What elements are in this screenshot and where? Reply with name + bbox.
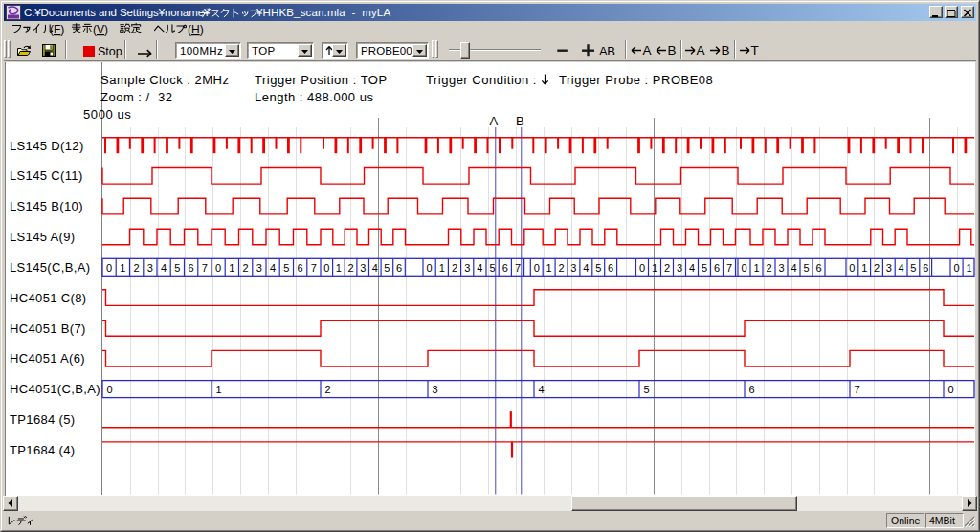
svg-text:7: 7 [311,262,317,274]
svg-text:0: 0 [948,384,954,395]
svg-text:5: 5 [283,262,289,274]
svg-text:5: 5 [644,384,650,395]
svg-text:Length : 488.000 us: Length : 488.000 us [255,90,373,104]
svg-text:5: 5 [384,262,390,274]
svg-text:A: A [490,114,499,128]
svg-text:0: 0 [741,262,746,274]
svg-text:0: 0 [953,262,959,274]
svg-text:4: 4 [477,262,482,274]
svg-text:1: 1 [967,262,972,274]
svg-text:5: 5 [490,262,496,274]
svg-text:1: 1 [120,262,125,274]
svg-text:0: 0 [849,262,855,274]
svg-text:LS145(C,B,A): LS145(C,B,A) [10,260,90,275]
svg-text:1: 1 [861,262,867,274]
svg-text:LS145 A(9): LS145 A(9) [10,230,76,244]
svg-text:2: 2 [325,384,331,395]
svg-text:3: 3 [677,262,682,274]
svg-text:6: 6 [608,262,613,274]
svg-text:2: 2 [243,262,249,274]
svg-text:4: 4 [583,262,589,274]
svg-text:Trigger Position : TOP: Trigger Position : TOP [255,73,388,87]
svg-text:6: 6 [815,262,821,274]
svg-text:5: 5 [595,262,601,274]
svg-text:5: 5 [174,262,180,274]
svg-text:LS145 D(12): LS145 D(12) [10,139,84,153]
svg-text:3: 3 [147,262,153,274]
svg-text:5: 5 [702,262,707,274]
svg-text:3: 3 [360,262,366,274]
svg-text:2: 2 [874,262,880,274]
svg-text:2: 2 [134,262,140,274]
svg-text:1: 1 [652,262,657,274]
svg-text:3: 3 [778,262,784,274]
svg-text:6: 6 [502,262,508,274]
svg-text:6: 6 [749,384,755,395]
svg-text:1: 1 [546,262,552,274]
svg-text:0: 0 [534,262,540,274]
svg-text:0: 0 [215,262,221,274]
svg-text:LS145 C(11): LS145 C(11) [10,168,83,183]
svg-text:4: 4 [539,384,545,395]
svg-text:0: 0 [427,262,433,274]
svg-text:2: 2 [558,262,564,274]
svg-text:HC4051 C(8): HC4051 C(8) [10,291,86,305]
svg-text:LS145 B(10): LS145 B(10) [10,199,83,213]
svg-text:6: 6 [396,262,402,274]
svg-text:5: 5 [910,262,916,274]
svg-text:2: 2 [664,262,670,274]
svg-text:4: 4 [270,262,276,274]
svg-text:1: 1 [336,262,342,274]
svg-text:HC4051 A(6): HC4051 A(6) [10,351,85,366]
svg-text:4: 4 [372,262,378,274]
svg-text:TP1684 (5): TP1684 (5) [10,412,76,427]
svg-text:7: 7 [726,262,732,274]
svg-text:3: 3 [256,262,262,274]
svg-text:6: 6 [714,262,720,274]
svg-text:Trigger Probe : PROBE08: Trigger Probe : PROBE08 [559,73,713,87]
svg-text:6: 6 [189,262,194,274]
svg-text:B: B [516,114,524,128]
svg-text:2: 2 [452,262,457,274]
svg-text:0: 0 [106,262,112,274]
svg-text:HC4051 B(7): HC4051 B(7) [10,321,86,336]
svg-text:4: 4 [689,262,695,274]
svg-text:4: 4 [791,262,796,274]
svg-text:4: 4 [161,262,167,274]
svg-text:7: 7 [855,384,860,395]
svg-text:3: 3 [570,262,576,274]
svg-text:6: 6 [923,262,928,274]
svg-text:HC4051(C,B,A): HC4051(C,B,A) [10,382,100,396]
svg-text:1: 1 [753,262,759,274]
svg-text:Sample Clock : 2MHz: Sample Clock : 2MHz [100,73,229,87]
svg-text:0: 0 [323,262,329,274]
svg-text:2: 2 [348,262,354,274]
svg-text:2: 2 [766,262,771,274]
svg-text:7: 7 [515,262,521,274]
svg-text:Trigger Condition :: Trigger Condition : [426,73,537,87]
svg-text:TP1684 (4): TP1684 (4) [10,443,76,457]
svg-text:3: 3 [464,262,470,274]
svg-text:1: 1 [439,262,445,274]
svg-text:4: 4 [899,262,904,274]
svg-text:3: 3 [433,384,438,395]
svg-text:Zoom : / 32: Zoom : / 32 [100,90,172,104]
svg-text:0: 0 [639,262,645,274]
svg-text:6: 6 [298,262,303,274]
svg-text:1: 1 [216,384,222,395]
svg-text:5000 us: 5000 us [83,107,131,122]
svg-text:1: 1 [229,262,234,274]
svg-text:0: 0 [107,384,113,395]
svg-text:7: 7 [202,262,208,274]
svg-text:5: 5 [803,262,809,274]
svg-text:3: 3 [886,262,892,274]
